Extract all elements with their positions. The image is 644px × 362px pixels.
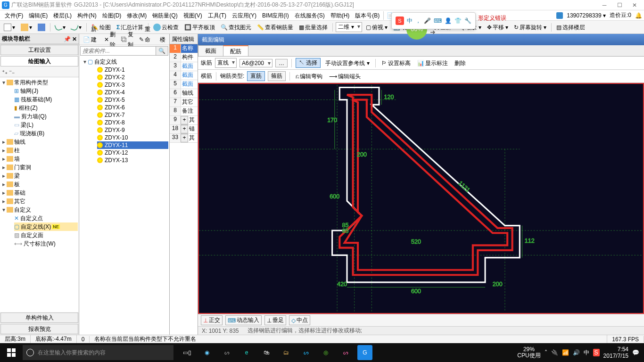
perpendicular-toggle[interactable]: ⊥垂足	[264, 315, 286, 325]
menu-modify[interactable]: 修改(M)	[124, 10, 149, 21]
edit-hook-button[interactable]: ⎌编辑弯钩	[294, 71, 324, 82]
ime-punct[interactable]: ，	[415, 17, 421, 25]
user-id[interactable]: 13907298339 ▾	[567, 12, 606, 19]
ortho-toggle[interactable]: ⊥正交	[201, 315, 223, 325]
component-item[interactable]: ZDYX-6	[97, 104, 168, 111]
app-6-icon[interactable]: G	[357, 345, 372, 360]
tray-volume-icon[interactable]: 🔊	[573, 349, 580, 356]
component-item[interactable]: ZDYX-3	[97, 81, 168, 89]
component-tree[interactable]: ▾常用构件类型 ⊞ 轴网(J) ▦ 筏板基础(M) ▮ 框柱(Z) ▬ 剪力墙(…	[0, 77, 79, 312]
menu-help[interactable]: 帮助(H)	[328, 10, 353, 21]
menu-view[interactable]: 视图(V)	[181, 10, 205, 21]
expand-icon[interactable]: ⁺₊	[2, 69, 8, 75]
midpoint-toggle[interactable]: ◇中点	[289, 315, 310, 325]
menu-tool[interactable]: 工具(T)	[205, 10, 229, 21]
property-grid[interactable]: 1名称2构件3截面4截面5截面6轴线7其它8备注9+其18+锚33+其	[170, 44, 198, 335]
tab-section[interactable]: 截面	[198, 45, 223, 56]
ime-mic-icon[interactable]: 🎤	[424, 17, 431, 24]
ime-toolbar[interactable]: S 中 ， 🎤 ⌨ 👤 👕 🔧	[391, 12, 476, 29]
property-row[interactable]: 2构件	[170, 53, 198, 62]
app-3-icon[interactable]: ᔕ	[296, 343, 316, 362]
app-2-icon[interactable]: ᔕ	[217, 343, 237, 362]
tray-power-icon[interactable]: 🔌	[551, 349, 558, 356]
section-canvas[interactable]: 170 120 600 112 600 520 1121 200 420 200…	[198, 83, 644, 314]
component-item[interactable]: ZDYX-9	[97, 126, 168, 134]
collapse-icon[interactable]: ⁻₋	[9, 69, 15, 75]
pan-button[interactable]: ✥平移 ▾	[485, 22, 510, 33]
ellipsis-button[interactable]: …	[275, 59, 288, 67]
app-5-icon[interactable]: ᔕ	[336, 343, 355, 362]
component-item[interactable]: ZDYX-1	[97, 66, 168, 74]
property-row[interactable]: 7其它	[170, 98, 198, 107]
property-row[interactable]: 3截面	[170, 62, 198, 71]
menu-version[interactable]: 版本号(B)	[352, 10, 382, 21]
component-item[interactable]: ZDYX-5	[97, 96, 168, 104]
search-button[interactable]: 🔍	[156, 47, 168, 55]
save-button[interactable]	[36, 22, 47, 33]
property-row[interactable]: 6轴线	[170, 89, 198, 98]
ime-mode[interactable]: 中	[407, 17, 413, 25]
component-item[interactable]: ZDYX-2	[97, 74, 168, 81]
ime-user-icon[interactable]: 👤	[445, 17, 452, 24]
topview-button[interactable]: ▢俯视 ▾	[364, 22, 389, 33]
rename-component-button[interactable]: ✎重命名	[137, 34, 156, 45]
ime-tool-icon[interactable]: 🔧	[464, 17, 471, 24]
ime-kb-icon[interactable]: ⌨	[434, 17, 442, 24]
menu-bim[interactable]: BIM应用(I)	[259, 10, 292, 21]
manual-refline-button[interactable]: 手动设置参考线 ▾	[323, 58, 371, 68]
component-item[interactable]: ZDYX-12	[97, 149, 168, 156]
menu-component[interactable]: 构件(N)	[74, 10, 99, 21]
tray-sogou-icon[interactable]: S	[593, 349, 600, 356]
section-single-input[interactable]: 单构件输入	[0, 313, 78, 323]
menu-edit[interactable]: 编辑(E)	[26, 10, 50, 21]
app-4-icon[interactable]: ◎	[316, 343, 336, 362]
component-item[interactable]: ZDYX-8	[97, 119, 168, 126]
component-list[interactable]: ▾▢ 自定义线 ZDYX-1ZDYX-2ZDYX-3ZDYX-4ZDYX-5ZD…	[79, 57, 169, 335]
tray-clock[interactable]: 7:542017/7/15	[603, 346, 628, 360]
flat-button[interactable]: 🔲平齐板顶	[182, 22, 217, 33]
search-input[interactable]	[81, 47, 156, 55]
cloud-check-button[interactable]: 云检查	[151, 22, 181, 33]
straight-bar-button[interactable]: 直筋	[247, 71, 265, 81]
edge-icon[interactable]: e	[237, 343, 256, 362]
component-item[interactable]: ZDYX-10	[97, 134, 168, 141]
start-button[interactable]	[0, 343, 23, 362]
component-item[interactable]: ZDYX-11	[97, 141, 168, 149]
section-report-preview[interactable]: 报表预览	[0, 324, 78, 334]
view-2d-select[interactable]: 二维 ▾	[336, 22, 362, 32]
store-icon[interactable]: 🛍	[256, 343, 276, 362]
show-annotation-button[interactable]: 📊显示标注	[415, 58, 450, 68]
menu-rebar[interactable]: 钢筋量(Q)	[149, 10, 180, 21]
select-tool-button[interactable]: ↖ 选择	[296, 58, 321, 68]
undo-button[interactable]: ▾	[53, 22, 67, 33]
minimize-button[interactable]: ─	[597, 0, 612, 10]
copy-component-button[interactable]: ⿻复制	[119, 34, 135, 45]
section-draw-input[interactable]: 绘图输入	[0, 56, 78, 66]
taskbar-search[interactable]: 在这里输入你要搜索的内容	[23, 345, 173, 360]
new-component-button[interactable]: 📄新建 ▾	[81, 34, 100, 45]
select-floor-button[interactable]: ▤选择楼层	[554, 22, 587, 33]
new-button[interactable]: ▾	[2, 22, 17, 33]
rotate-button[interactable]: ↻屏幕旋转 ▾	[512, 22, 548, 33]
menu-file[interactable]: 文件(F)	[2, 10, 26, 21]
property-row[interactable]: 8备注	[170, 107, 198, 116]
property-row[interactable]: 4截面	[170, 71, 198, 80]
tray-notifications-icon[interactable]: 💬	[632, 349, 639, 356]
view-rebar-button[interactable]: 📏查看钢筋量	[255, 22, 295, 33]
delete-button[interactable]: 删除	[453, 58, 468, 68]
tray-wifi-icon[interactable]: 📶	[562, 349, 569, 356]
tab-rebar[interactable]: 配筋	[223, 45, 248, 56]
property-row[interactable]: 5截面	[170, 80, 198, 89]
stirrup-button[interactable]: 箍筋	[268, 71, 286, 81]
delete-component-button[interactable]: ✕删除	[102, 34, 117, 45]
tray-ime-label[interactable]: 中	[584, 349, 589, 357]
ime-skin-icon[interactable]: 👕	[454, 17, 462, 24]
property-row[interactable]: 1名称	[170, 44, 198, 53]
rebar-spec-select[interactable]: A6@200	[239, 59, 272, 67]
menu-floor[interactable]: 楼层(L)	[50, 10, 74, 21]
app-1-icon[interactable]: ◉	[197, 343, 217, 362]
explorer-icon[interactable]: 🗂	[276, 343, 296, 362]
maximize-button[interactable]: ☐	[612, 0, 627, 10]
pin-icon[interactable]: 📌 ✕	[64, 36, 77, 42]
property-row[interactable]: 33+其	[170, 134, 198, 143]
